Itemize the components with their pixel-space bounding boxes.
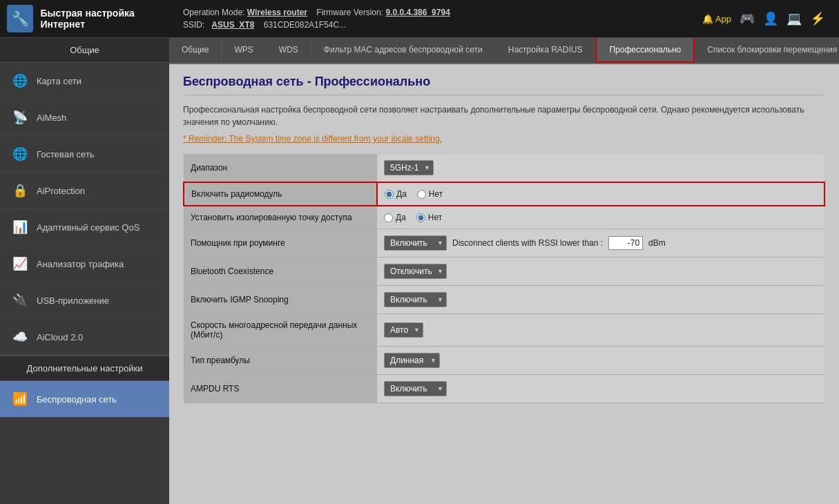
- value-isolated-ap: Да Нет: [377, 206, 824, 229]
- usb-app-icon: 🔌: [10, 291, 30, 310]
- tab-mac-filter[interactable]: Фильтр MAC адресов беспроводной сети: [311, 38, 496, 63]
- table-row-igmp: Включить IGMP Snooping Включить Отключит…: [184, 286, 824, 314]
- value-multicast: Авто 1 6 12: [377, 314, 824, 347]
- sidebar-label-aiprotection: AiProtection: [37, 186, 85, 196]
- sidebar-item-traffic[interactable]: 📈 Анализатор трафика: [0, 246, 169, 282]
- sidebar-item-aicloud[interactable]: ☁️ AiCloud 2.0: [0, 319, 169, 356]
- rssi-unit: dBm: [648, 238, 666, 248]
- sidebar-label-traffic: Анализатор трафика: [37, 259, 124, 269]
- aicloud-icon: ☁️: [10, 327, 30, 347]
- sidebar-item-wireless[interactable]: 📶 Беспроводная сеть: [0, 381, 169, 418]
- igmp-select[interactable]: Включить Отключить: [384, 292, 447, 307]
- value-bluetooth: Отключить Включить: [377, 258, 824, 286]
- value-diapason: 5GHz-1 2.4GHz 5GHz-2: [377, 154, 824, 182]
- isolated-radio-yes-label[interactable]: Да: [384, 213, 406, 222]
- table-row-ampdu: AMPDU RTS Включить Отключить: [184, 375, 824, 403]
- tab-wps[interactable]: WPS: [222, 38, 266, 63]
- bluetooth-select-wrapper: Отключить Включить: [384, 264, 447, 279]
- tab-radius[interactable]: Настройка RADIUS: [496, 38, 596, 63]
- header-info: Operation Mode: Wireless router Firmware…: [176, 8, 702, 30]
- multicast-select-wrapper: Авто 1 6 12: [384, 322, 423, 338]
- sidebar-item-aiprotection[interactable]: 🔒 AiProtection: [0, 173, 169, 209]
- traffic-icon: 📈: [10, 254, 30, 273]
- ampdu-select-wrapper: Включить Отключить: [384, 381, 447, 396]
- tab-wds[interactable]: WDS: [267, 38, 311, 63]
- preamble-select[interactable]: Длинная Короткая: [384, 353, 440, 368]
- label-isolated-ap: Установить изолированную точку доступа: [184, 206, 377, 229]
- aiprotection-icon: 🔒: [10, 181, 30, 200]
- fw-value: 9.0.0.4.386_9794: [385, 8, 450, 17]
- tab-professional[interactable]: Профессионально: [595, 38, 695, 63]
- sidebar-item-guest-network[interactable]: 🌐 Гостевая сеть: [0, 136, 169, 173]
- label-radio-module: Включить радиомодуль: [184, 182, 377, 206]
- isolated-yes-text: Да: [396, 213, 406, 222]
- sidebar-item-aimesh[interactable]: 📡 AiMesh: [0, 99, 169, 136]
- value-igmp: Включить Отключить: [377, 286, 824, 314]
- sidebar-section-general: Общие: [0, 38, 169, 63]
- roaming-value-group: Включить Отключить Disconnect clients wi…: [384, 235, 818, 251]
- label-diapason: Диапазон: [184, 154, 377, 182]
- isolated-no-text: Нет: [428, 213, 442, 222]
- top-header: 🔧 Быстрая настройка Интернет Operation M…: [0, 0, 839, 38]
- radio-yes-input[interactable]: [385, 190, 394, 199]
- ssid-line: SSID: ASUS_XT8 631CDE082A1F54C...: [183, 20, 702, 30]
- sidebar-item-usb[interactable]: 🔌 USB-приложение: [0, 282, 169, 319]
- user-icon[interactable]: 👤: [763, 11, 778, 26]
- sidebar-label-guest: Гостевая сеть: [37, 149, 95, 159]
- ssid-label: SSID:: [183, 20, 204, 30]
- label-bluetooth: Bluetooth Coexistence: [184, 258, 377, 286]
- description-text: Профессиональная настройка беспроводной …: [183, 104, 825, 128]
- diapason-select-wrapper: 5GHz-1 2.4GHz 5GHz-2: [384, 160, 434, 175]
- radio-yes-text: Да: [396, 189, 407, 199]
- settings-table: Диапазон 5GHz-1 2.4GHz 5GHz-2 Включи: [183, 154, 825, 403]
- logo-text: Быстрая настройка Интернет: [40, 8, 176, 30]
- op-mode-label: Operation Mode:: [183, 8, 244, 17]
- table-row-bluetooth: Bluetooth Coexistence Отключить Включить: [184, 258, 824, 286]
- sidebar-item-network-map[interactable]: 🌐 Карта сети: [0, 63, 169, 99]
- game-icon[interactable]: 🎮: [740, 11, 755, 26]
- content-area: Общие WPS WDS Фильтр MAC адресов беспров…: [169, 38, 839, 504]
- usb-icon[interactable]: ⚡: [810, 11, 825, 26]
- sidebar-label-network-map: Карта сети: [37, 76, 81, 86]
- radio-no-text: Нет: [429, 189, 443, 199]
- value-preamble: Длинная Короткая: [377, 347, 824, 375]
- radio-yes-label[interactable]: Да: [385, 189, 407, 199]
- label-ampdu: AMPDU RTS: [184, 375, 377, 403]
- ssid-value: ASUS_XT8: [211, 20, 254, 30]
- table-row-multicast: Скорость многоадресной передачи данных (…: [184, 314, 824, 347]
- radio-no-label[interactable]: Нет: [417, 189, 443, 199]
- app-icon[interactable]: 🔔 App: [702, 14, 731, 24]
- op-mode-value: Wireless router: [247, 8, 307, 17]
- page-title: Беспроводная сеть - Профессионально: [183, 75, 825, 95]
- roaming-select[interactable]: Включить Отключить: [384, 235, 447, 251]
- sidebar-label-wireless: Беспроводная сеть: [37, 394, 117, 405]
- sidebar-item-qos[interactable]: 📊 Адаптивный сервис QoS: [0, 209, 169, 246]
- bluetooth-select[interactable]: Отключить Включить: [384, 264, 447, 279]
- reminder-text[interactable]: * Reminder: The System time zone is diff…: [183, 134, 825, 144]
- table-row-roaming: Помощник при роуминге Включить Отключить…: [184, 229, 824, 258]
- ssid-extra: 631CDE082A1F54C...: [264, 20, 346, 30]
- roaming-select-wrapper: Включить Отключить: [384, 235, 447, 251]
- tab-roaming[interactable]: Список блокировки перемещения: [695, 38, 839, 63]
- isolated-radio-no-label[interactable]: Нет: [416, 213, 442, 222]
- tab-general[interactable]: Общие: [169, 38, 222, 63]
- table-row-isolated-ap: Установить изолированную точку доступа Д…: [184, 206, 824, 229]
- sidebar-label-aimesh: AiMesh: [37, 113, 66, 123]
- wireless-icon: 📶: [10, 389, 30, 409]
- laptop-icon[interactable]: 💻: [787, 11, 802, 26]
- isolated-radio-yes[interactable]: [384, 213, 393, 222]
- sidebar-label-usb: USB-приложение: [37, 295, 109, 306]
- ampdu-select[interactable]: Включить Отключить: [384, 381, 447, 396]
- value-roaming: Включить Отключить Disconnect clients wi…: [377, 229, 824, 258]
- radio-no-input[interactable]: [417, 190, 426, 199]
- tabs-bar: Общие WPS WDS Фильтр MAC адресов беспров…: [169, 38, 839, 64]
- isolated-radio-no[interactable]: [416, 213, 425, 222]
- sidebar: Общие 🌐 Карта сети 📡 AiMesh 🌐 Гостевая с…: [0, 38, 169, 504]
- logo-icon: 🔧: [7, 5, 33, 32]
- diapason-select[interactable]: 5GHz-1 2.4GHz 5GHz-2: [384, 160, 434, 175]
- rssi-input[interactable]: [608, 236, 643, 250]
- label-igmp: Включить IGMP Snooping: [184, 286, 377, 314]
- multicast-select[interactable]: Авто 1 6 12: [384, 322, 423, 338]
- table-row-radio-module: Включить радиомодуль Да Нет: [184, 182, 824, 206]
- logo-section: 🔧 Быстрая настройка Интернет: [7, 5, 176, 32]
